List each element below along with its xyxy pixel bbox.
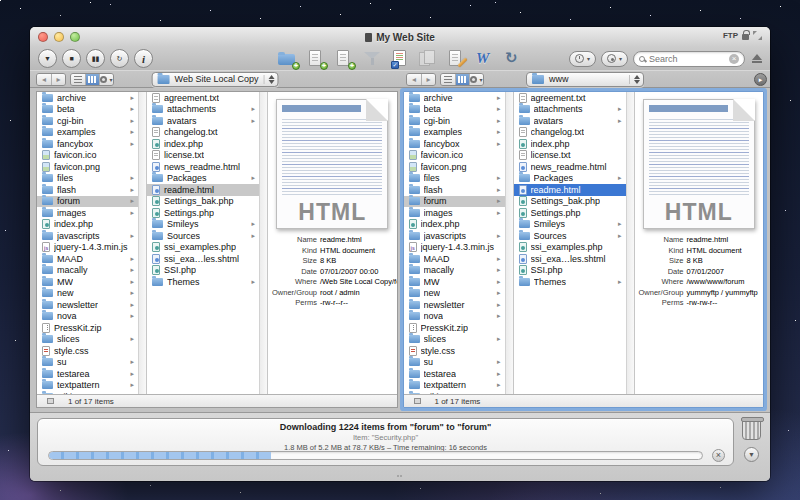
file-row[interactable]: jquery-1.4.3.min.js — [37, 242, 138, 254]
file-row[interactable]: style.css — [37, 345, 138, 357]
pause-button[interactable]: ▮▮ — [86, 49, 105, 68]
file-row[interactable]: ssi_examples.php — [147, 242, 259, 254]
folder-row[interactable]: javascripts▸ — [37, 230, 138, 242]
file-row[interactable]: PressKit.zip — [37, 322, 138, 334]
file-row[interactable]: Settings_bak.php — [514, 196, 626, 208]
recent-connections-dropdown[interactable]: ▾ — [569, 51, 596, 67]
trash-icon[interactable] — [742, 419, 761, 440]
web-button[interactable] — [474, 50, 494, 68]
local-path-dropdown[interactable]: Web Site Local Copy — [152, 72, 279, 87]
folder-row[interactable]: textpattern▸ — [37, 380, 138, 392]
new-file-button[interactable] — [306, 50, 326, 68]
file-row[interactable]: favicon.ico — [404, 150, 505, 162]
file-row[interactable]: style.css — [404, 345, 505, 357]
history-dropdown[interactable]: ▾ — [601, 51, 628, 67]
file-row[interactable]: index.php — [37, 219, 138, 231]
clear-search-icon[interactable]: × — [729, 54, 739, 64]
folder-row[interactable]: Sources▸ — [514, 230, 626, 242]
folder-row[interactable]: macally▸ — [37, 265, 138, 277]
folder-row[interactable]: su▸ — [37, 357, 138, 369]
folder-row[interactable]: nova▸ — [404, 311, 505, 323]
folder-row[interactable]: su▸ — [404, 357, 505, 369]
action-menu-button[interactable]: ▾ — [99, 74, 113, 85]
queue-button[interactable] — [390, 50, 410, 68]
folder-row[interactable]: slices▸ — [404, 334, 505, 346]
file-row[interactable]: readme.html — [514, 184, 626, 196]
new-remote-file-button[interactable] — [334, 50, 354, 68]
folder-row[interactable]: MW▸ — [37, 276, 138, 288]
folder-row[interactable]: testarea▸ — [404, 368, 505, 380]
file-row[interactable]: index.php — [514, 138, 626, 150]
file-row[interactable]: license.txt — [147, 150, 259, 162]
queue-download-button[interactable]: ▼ — [744, 447, 759, 462]
download-button[interactable]: ▼ — [38, 49, 57, 68]
folder-row[interactable]: new▸ — [37, 288, 138, 300]
folder-row[interactable]: MAAD▸ — [37, 253, 138, 265]
folder-row[interactable]: beta▸ — [404, 104, 505, 116]
folder-row[interactable]: cgi-bin▸ — [37, 115, 138, 127]
back-button[interactable]: ◂ — [37, 74, 51, 85]
file-row[interactable]: jquery-1.4.3.min.js — [404, 242, 505, 254]
folder-row[interactable]: flash▸ — [404, 184, 505, 196]
folder-row[interactable]: slices▸ — [37, 334, 138, 346]
file-row[interactable]: favicon.png — [404, 161, 505, 173]
folder-row[interactable]: Smileys▸ — [514, 219, 626, 231]
file-row[interactable]: index.php — [147, 138, 259, 150]
folder-row[interactable]: fancybox▸ — [404, 138, 505, 150]
folder-row[interactable]: Packages▸ — [514, 173, 626, 185]
folder-row[interactable]: newsletter▸ — [404, 299, 505, 311]
file-row[interactable]: news_readme.html — [147, 161, 259, 173]
stop-button[interactable]: ■ — [62, 49, 81, 68]
folder-row[interactable]: cgi-bin▸ — [404, 115, 505, 127]
file-row[interactable]: readme.html — [147, 184, 259, 196]
folder-row[interactable]: MW▸ — [404, 276, 505, 288]
folder-row[interactable]: images▸ — [37, 207, 138, 219]
file-row[interactable]: index.php — [404, 219, 505, 231]
folder-row[interactable]: examples▸ — [404, 127, 505, 139]
scrollbar[interactable] — [505, 92, 514, 394]
folder-row[interactable]: MAAD▸ — [404, 253, 505, 265]
filter-button[interactable] — [362, 50, 382, 68]
scrollbar[interactable] — [138, 92, 147, 394]
folder-row[interactable]: archive▸ — [404, 92, 505, 104]
disconnect-button[interactable] — [752, 54, 762, 63]
file-row[interactable]: agreement.txt — [147, 92, 259, 104]
file-row[interactable]: PressKit.zip — [404, 322, 505, 334]
file-row[interactable]: changelog.txt — [147, 127, 259, 139]
folder-row[interactable]: files▸ — [37, 173, 138, 185]
folder-row[interactable]: images▸ — [404, 207, 505, 219]
folder-row[interactable]: Sources▸ — [147, 230, 259, 242]
folder-row[interactable]: examples▸ — [37, 127, 138, 139]
folder-row[interactable]: attachments▸ — [147, 104, 259, 116]
folder-row[interactable]: new▸ — [404, 288, 505, 300]
cancel-transfer-button[interactable]: × — [712, 449, 725, 462]
file-row[interactable]: ssi_exa…les.shtml — [514, 253, 626, 265]
folder-row[interactable]: Themes▸ — [147, 276, 259, 288]
folder-row[interactable]: flash▸ — [37, 184, 138, 196]
list-view-button[interactable] — [71, 74, 85, 85]
go-button[interactable]: ▸ — [754, 73, 767, 86]
copy-button[interactable] — [418, 50, 438, 68]
folder-row[interactable]: avatars▸ — [514, 115, 626, 127]
file-row[interactable]: ssi_examples.php — [514, 242, 626, 254]
file-row[interactable]: news_readme.html — [514, 161, 626, 173]
forward-button[interactable]: ▸ — [51, 74, 65, 85]
column-view-button[interactable] — [455, 74, 469, 85]
fullscreen-icon[interactable] — [753, 31, 762, 40]
folder-row[interactable]: javascripts▸ — [404, 230, 505, 242]
forward-button[interactable]: ▸ — [421, 74, 435, 85]
file-row[interactable]: favicon.ico — [37, 150, 138, 162]
folder-row[interactable]: attachments▸ — [514, 104, 626, 116]
new-folder-button[interactable] — [278, 50, 298, 68]
scrollbar[interactable] — [626, 92, 635, 394]
file-row[interactable]: Settings.php — [147, 207, 259, 219]
folder-row[interactable]: testarea▸ — [37, 368, 138, 380]
search-field[interactable]: × — [633, 51, 745, 67]
file-row[interactable]: changelog.txt — [514, 127, 626, 139]
folder-row[interactable]: Packages▸ — [147, 173, 259, 185]
search-input[interactable] — [649, 54, 725, 64]
file-row[interactable]: license.txt — [514, 150, 626, 162]
remote-path-dropdown[interactable]: www — [526, 72, 644, 87]
folder-row[interactable]: nova▸ — [37, 311, 138, 323]
file-row[interactable]: favicon.png — [37, 161, 138, 173]
